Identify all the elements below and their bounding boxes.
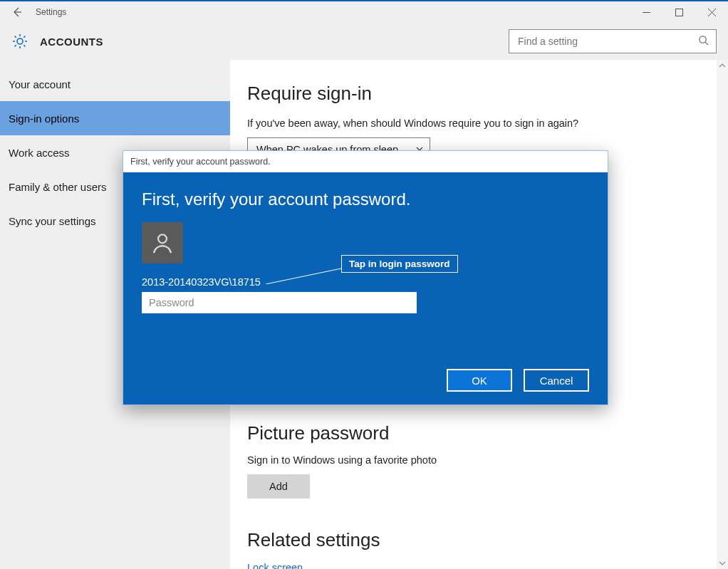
section-related-settings: Related settings Lock screen xyxy=(247,512,700,569)
annotation-callout: Tap in login password xyxy=(341,255,458,273)
scrollbar[interactable] xyxy=(717,60,728,569)
section-heading: Related settings xyxy=(247,529,700,551)
maximize-icon xyxy=(675,9,683,16)
person-icon xyxy=(150,231,175,255)
svg-point-2 xyxy=(158,234,167,243)
verify-password-dialog: First, verify your account password. Fir… xyxy=(123,150,608,405)
minimize-icon xyxy=(643,9,650,16)
gear-icon xyxy=(11,33,28,50)
sidebar-item-label: Family & other users xyxy=(9,181,107,193)
search-icon xyxy=(698,35,709,48)
dialog-titlebar: First, verify your account password. xyxy=(123,151,608,172)
scroll-up-icon[interactable] xyxy=(717,60,728,71)
ok-button[interactable]: OK xyxy=(447,369,512,392)
scroll-down-icon[interactable] xyxy=(717,558,728,569)
page-title: ACCOUNTS xyxy=(40,36,103,48)
section-picture-password: Picture password Sign in to Windows usin… xyxy=(247,405,700,498)
section-heading: Require sign-in xyxy=(247,83,700,105)
section-require-signin: Require sign-in If you've been away, whe… xyxy=(247,77,700,162)
maximize-button[interactable] xyxy=(662,1,695,23)
close-button[interactable] xyxy=(695,1,728,23)
section-description: If you've been away, when should Windows… xyxy=(247,118,700,129)
add-picture-password-button[interactable]: Add xyxy=(247,474,310,498)
arrow-left-icon xyxy=(11,6,23,18)
avatar xyxy=(142,222,183,263)
sidebar-item-label: Work access xyxy=(9,147,70,159)
close-icon xyxy=(708,9,716,16)
window-controls xyxy=(630,1,728,23)
dialog-actions: OK Cancel xyxy=(447,369,589,392)
dialog-heading: First, verify your account password. xyxy=(142,189,589,209)
sidebar-item-label: Your account xyxy=(9,78,71,90)
svg-point-1 xyxy=(700,36,706,42)
settings-window: Settings ACCOUNTS Y xyxy=(0,0,728,569)
password-input[interactable] xyxy=(142,292,417,313)
sidebar-item-label: Sign-in options xyxy=(9,113,79,125)
lock-screen-link[interactable]: Lock screen xyxy=(247,562,303,569)
search-box[interactable] xyxy=(509,29,717,53)
username-label: 2013-20140323VG\18715 xyxy=(142,276,589,288)
sidebar-item-your-account[interactable]: Your account xyxy=(0,67,230,101)
titlebar: Settings xyxy=(0,1,728,23)
cancel-button[interactable]: Cancel xyxy=(524,369,589,392)
back-button[interactable] xyxy=(9,4,26,21)
window-title: Settings xyxy=(36,7,66,17)
section-description: Sign in to Windows using a favorite phot… xyxy=(247,454,700,466)
dialog-body: First, verify your account password. 201… xyxy=(123,172,608,404)
section-heading: Picture password xyxy=(247,422,700,444)
svg-rect-0 xyxy=(675,9,682,16)
header: ACCOUNTS xyxy=(0,23,728,60)
sidebar-item-signin-options[interactable]: Sign-in options xyxy=(0,101,230,135)
search-input[interactable] xyxy=(518,36,698,47)
sidebar-item-label: Sync your settings xyxy=(9,215,96,227)
minimize-button[interactable] xyxy=(630,1,662,23)
